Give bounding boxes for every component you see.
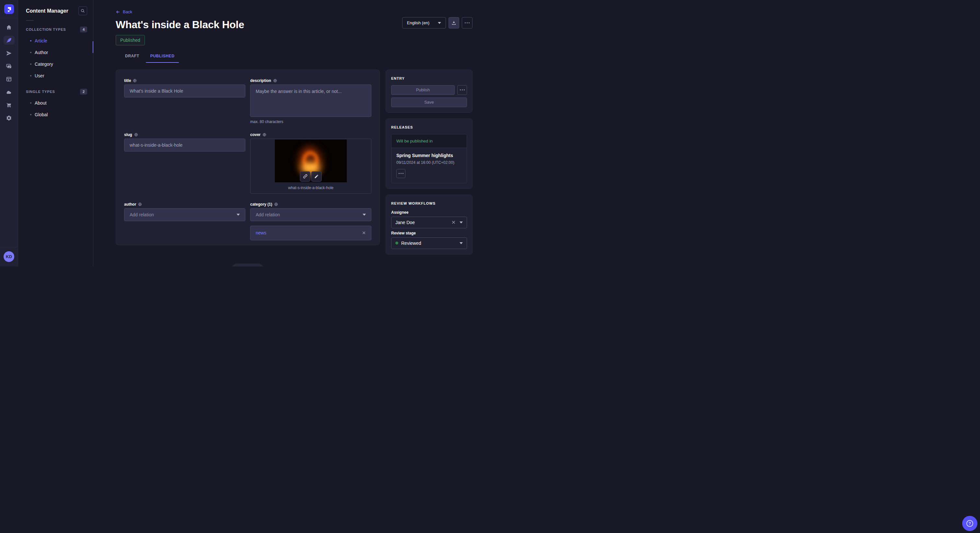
user-avatar[interactable]: KD	[3, 251, 14, 262]
section-label-single-types: SINGLE TYPES	[26, 90, 55, 94]
content-type-builder-icon[interactable]	[3, 75, 14, 84]
content-manager-icon[interactable]	[3, 36, 14, 45]
sidebar-item-author[interactable]: Author	[18, 47, 93, 58]
publish-button[interactable]: Publish	[391, 85, 455, 95]
bullet-icon	[30, 52, 32, 53]
review-workflows-panel: REVIEW WORKFLOWS Assignee Jane Doe R	[386, 195, 473, 254]
pencil-icon	[314, 174, 319, 179]
releases-panel: RELEASES Will be published in Spring Sum…	[386, 119, 473, 189]
title-input[interactable]: What's inside a Black Hole	[124, 84, 245, 97]
download-icon	[452, 21, 456, 25]
field-slug: slug what-s-inside-a-black-hole	[124, 132, 245, 152]
export-button[interactable]	[449, 17, 459, 29]
title-field-label: title	[124, 78, 131, 83]
nav-rail: KD	[0, 0, 18, 266]
chevron-down-icon	[460, 242, 463, 244]
cover-filename: what-s-inside-a-black-hole	[288, 186, 334, 190]
side-panels: ENTRY Publish Save RELEASES Will be pub	[386, 70, 473, 254]
deploy-icon[interactable]	[3, 88, 14, 97]
bullet-icon	[30, 63, 32, 65]
subnav-title: Content Manager	[26, 8, 68, 14]
category-relation-select[interactable]: Add relation	[250, 208, 371, 221]
link-icon	[303, 174, 307, 179]
search-button[interactable]	[78, 6, 87, 15]
sidebar-item-article[interactable]: Article	[18, 35, 93, 47]
description-hint: max. 80 characters	[250, 119, 371, 124]
globe-icon	[133, 79, 137, 82]
field-category: category (1) Add relation news	[250, 202, 371, 240]
category-relation-item: news	[250, 226, 371, 240]
media-library-icon[interactable]	[3, 62, 14, 71]
sidebar-item-category[interactable]: Category	[18, 58, 93, 70]
settings-gear-icon[interactable]	[3, 114, 14, 122]
assignee-label: Assignee	[391, 210, 467, 215]
copy-link-button[interactable]	[300, 171, 310, 182]
cover-media-card: what-s-inside-a-black-hole	[250, 139, 371, 194]
description-field-label: description	[250, 78, 271, 83]
sidebar-item-user[interactable]: User	[18, 70, 93, 82]
review-stage-select[interactable]: Reviewed	[391, 237, 467, 249]
strapi-logo[interactable]	[4, 4, 14, 14]
field-title: title What's inside a Black Hole	[124, 78, 245, 97]
entry-more-button[interactable]	[457, 85, 467, 95]
header-toolbar: English (en)	[402, 17, 473, 29]
globe-icon	[262, 133, 266, 136]
slug-field-label: slug	[124, 132, 132, 137]
ellipsis-icon	[465, 22, 469, 23]
send-icon[interactable]	[3, 49, 14, 58]
author-relation-select[interactable]: Add relation	[124, 208, 245, 221]
save-button[interactable]: Save	[391, 97, 467, 107]
entry-form-card: title What's inside a Black Hole descrip…	[116, 70, 380, 245]
release-date: 09/11/2024 at 16:00 (UTC+02:00)	[396, 160, 462, 165]
chevron-down-icon	[460, 222, 463, 224]
globe-icon	[273, 79, 277, 82]
release-name: Spring Summer highlights	[396, 153, 462, 158]
bullet-icon	[30, 40, 32, 41]
bullet-icon	[30, 102, 32, 104]
category-field-label: category (1)	[250, 202, 272, 206]
chevron-down-icon	[237, 214, 240, 216]
close-icon	[452, 220, 456, 224]
search-icon	[81, 9, 85, 13]
globe-icon	[138, 202, 142, 206]
clear-assignee-button[interactable]	[452, 220, 456, 224]
release-more-button[interactable]	[396, 169, 406, 178]
section-label-collection-types: COLLECTION TYPES	[26, 27, 66, 32]
bullet-icon	[30, 114, 32, 115]
review-workflows-heading: REVIEW WORKFLOWS	[391, 201, 467, 205]
back-link[interactable]: Back	[116, 10, 132, 14]
version-tabs: DRAFT PUBLISHED	[121, 52, 490, 63]
release-card: Will be published in Spring Summer highl…	[391, 134, 467, 183]
marketplace-icon[interactable]	[3, 101, 14, 109]
chevron-down-icon	[438, 22, 441, 24]
tab-draft[interactable]: DRAFT	[121, 52, 144, 63]
ellipsis-icon	[399, 173, 404, 174]
sidebar-item-about[interactable]: About	[18, 97, 93, 109]
locale-select[interactable]: English (en)	[402, 17, 446, 29]
remove-relation-button[interactable]	[362, 231, 366, 235]
rail-divider-bottom	[0, 247, 18, 247]
field-description: description Maybe the answer is in this …	[250, 78, 371, 124]
edit-media-button[interactable]	[312, 171, 322, 182]
rail-divider	[0, 18, 18, 18]
collection-types-count-badge: 4	[80, 27, 87, 32]
next-section-cutoff	[231, 263, 264, 266]
releases-panel-heading: RELEASES	[391, 125, 467, 129]
entry-panel-heading: ENTRY	[391, 76, 467, 80]
tab-published[interactable]: PUBLISHED	[146, 52, 179, 63]
globe-icon	[134, 133, 138, 136]
assignee-select[interactable]: Jane Doe	[391, 217, 467, 228]
sidebar-item-global[interactable]: Global	[18, 109, 93, 121]
slug-input[interactable]: what-s-inside-a-black-hole	[124, 139, 245, 152]
strapi-logo-icon	[6, 6, 12, 12]
app-window: KD Content Manager COLLECTION TYPES 4 Ar…	[0, 0, 490, 266]
field-author: author Add relation	[124, 202, 245, 221]
ellipsis-icon	[460, 89, 465, 90]
home-icon[interactable]	[3, 23, 14, 32]
main-content: English (en) Back What's inside a Black …	[93, 0, 490, 266]
status-badge: Published	[116, 35, 145, 45]
more-actions-button[interactable]	[462, 17, 473, 29]
stage-status-dot	[395, 241, 398, 244]
relation-news-link[interactable]: news	[256, 230, 266, 235]
description-textarea[interactable]: Maybe the answer is in this article, or …	[250, 84, 371, 117]
